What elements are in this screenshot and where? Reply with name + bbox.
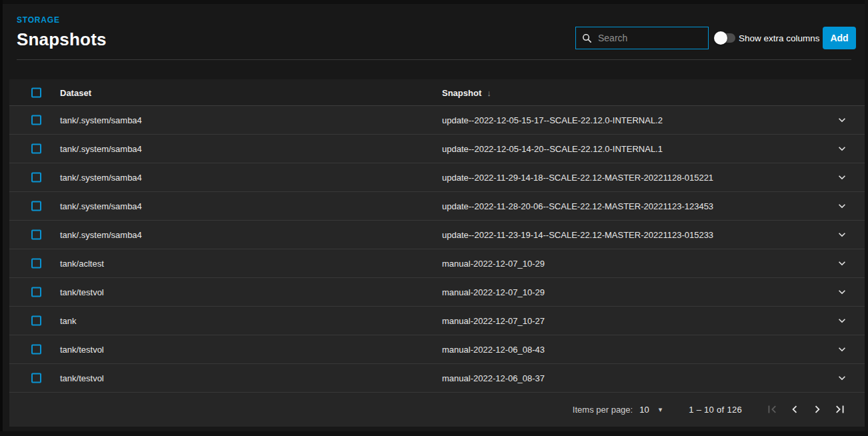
- expand-row-button[interactable]: [835, 113, 849, 127]
- expand-row-button[interactable]: [835, 285, 849, 299]
- row-checkbox[interactable]: [31, 201, 41, 211]
- row-dataset: tank/.system/samba4: [60, 144, 142, 154]
- table-row[interactable]: tank/.system/samba4 update--2022-12-05-1…: [9, 135, 865, 163]
- expand-row-button[interactable]: [835, 171, 849, 184]
- row-checkbox[interactable]: [31, 259, 41, 269]
- row-select-cell: [31, 316, 41, 326]
- items-per-page-label: Items per page:: [573, 405, 633, 415]
- row-dataset: tank/.system/samba4: [60, 230, 142, 240]
- window-edge-left: [0, 0, 3, 436]
- show-extra-columns-toggle[interactable]: [714, 31, 735, 45]
- table-row[interactable]: tank/acltest manual-2022-12-07_10-29: [9, 249, 865, 278]
- last-page-button[interactable]: [829, 398, 851, 421]
- row-checkbox[interactable]: [31, 144, 41, 154]
- toggle-thumb: [714, 31, 727, 45]
- page-title: Snapshots: [17, 29, 107, 50]
- window-edge-top: [0, 0, 868, 4]
- expand-row-button[interactable]: [835, 142, 849, 155]
- next-page-button[interactable]: [806, 398, 829, 421]
- search-icon: [581, 33, 593, 44]
- show-extra-columns-label: Show extra columns: [739, 33, 820, 43]
- first-page-button[interactable]: [761, 398, 783, 421]
- chevron-down-icon: [835, 113, 849, 127]
- column-header-snapshot[interactable]: Snapshot↓: [442, 87, 491, 97]
- chevron-down-icon: [835, 228, 849, 241]
- row-snapshot: manual-2022-12-07_10-29: [442, 259, 545, 269]
- paginator: Items per page: 10 ▾ 1 – 10 of 126: [9, 393, 865, 426]
- chevron-down-icon: [835, 257, 849, 270]
- row-snapshot: manual-2022-12-06_08-37: [442, 373, 545, 383]
- row-dataset: tank/testvol: [60, 345, 104, 355]
- row-select-cell: [31, 173, 41, 183]
- chevron-down-icon: [835, 199, 849, 213]
- row-select-cell: [31, 201, 41, 211]
- chevron-down-icon: [835, 314, 849, 327]
- table-row[interactable]: tank/.system/samba4 update--2022-11-28-2…: [9, 192, 865, 221]
- row-dataset: tank/acltest: [60, 259, 104, 269]
- select-all-checkbox[interactable]: [31, 87, 41, 97]
- header-divider: [17, 59, 851, 60]
- row-snapshot: manual-2022-12-07_10-27: [442, 316, 545, 326]
- expand-row-button[interactable]: [835, 257, 849, 270]
- table-row[interactable]: tank/.system/samba4 update--2022-11-29-1…: [9, 163, 865, 192]
- table-body: tank/.system/samba4 update--2022-12-05-1…: [9, 106, 865, 393]
- row-snapshot: update--2022-11-29-14-18--SCALE-22.12-MA…: [442, 173, 713, 183]
- row-dataset: tank/.system/samba4: [60, 201, 142, 211]
- row-snapshot: manual-2022-12-06_08-43: [442, 345, 545, 355]
- row-dataset: tank/testvol: [60, 287, 104, 297]
- last-page-icon: [833, 402, 847, 417]
- table-row[interactable]: tank/.system/samba4 update--2022-11-23-1…: [9, 221, 865, 249]
- row-select-cell: [31, 345, 41, 355]
- row-checkbox[interactable]: [31, 230, 41, 240]
- expand-row-button[interactable]: [835, 314, 849, 327]
- search-box[interactable]: [575, 27, 709, 49]
- row-dataset: tank/.system/samba4: [60, 115, 142, 125]
- caret-down-icon: ▾: [659, 405, 663, 414]
- sort-desc-icon: ↓: [487, 87, 491, 97]
- row-snapshot: manual-2022-12-07_10-29: [442, 287, 545, 297]
- search-input[interactable]: [598, 33, 703, 43]
- table-row[interactable]: tank/testvol manual-2022-12-06_08-37: [9, 364, 865, 393]
- row-snapshot: update--2022-12-05-14-20--SCALE-22.12.0-…: [442, 144, 663, 154]
- previous-page-button[interactable]: [783, 398, 806, 421]
- row-checkbox[interactable]: [31, 373, 41, 383]
- first-page-icon: [765, 402, 779, 417]
- expand-row-button[interactable]: [835, 371, 849, 385]
- row-checkbox[interactable]: [31, 115, 41, 125]
- row-checkbox[interactable]: [31, 287, 41, 297]
- row-select-cell: [31, 230, 41, 240]
- page-range-label: 1 – 10 of 126: [689, 405, 742, 415]
- expand-row-button[interactable]: [835, 199, 849, 213]
- table-row[interactable]: tank manual-2022-12-07_10-27: [9, 307, 865, 335]
- chevron-down-icon: [835, 343, 849, 356]
- row-checkbox[interactable]: [31, 173, 41, 183]
- column-header-snapshot-label: Snapshot: [442, 87, 481, 97]
- add-button[interactable]: Add: [823, 27, 856, 49]
- row-checkbox[interactable]: [31, 345, 41, 355]
- pager-nav: [761, 398, 851, 421]
- column-header-dataset[interactable]: Dataset: [60, 87, 91, 97]
- window-edge-bottom: [0, 431, 868, 436]
- row-select-cell: [31, 144, 41, 154]
- items-per-page-select[interactable]: 10 ▾: [639, 405, 662, 415]
- row-snapshot: update--2022-12-05-15-17--SCALE-22.12.0-…: [442, 115, 663, 125]
- table-row[interactable]: tank/.system/samba4 update--2022-12-05-1…: [9, 106, 865, 135]
- chevron-down-icon: [835, 171, 849, 184]
- chevron-down-icon: [835, 285, 849, 299]
- items-per-page-value: 10: [639, 405, 649, 415]
- row-snapshot: update--2022-11-23-19-14--SCALE-22.12-MA…: [442, 230, 713, 240]
- chevron-down-icon: [835, 371, 849, 385]
- row-dataset: tank: [60, 316, 77, 326]
- table-row[interactable]: tank/testvol manual-2022-12-06_08-43: [9, 335, 865, 364]
- row-select-cell: [31, 373, 41, 383]
- row-checkbox[interactable]: [31, 316, 41, 326]
- table-row[interactable]: tank/testvol manual-2022-12-07_10-29: [9, 278, 865, 307]
- expand-row-button[interactable]: [835, 228, 849, 241]
- expand-row-button[interactable]: [835, 343, 849, 356]
- chevron-left-icon: [787, 402, 802, 417]
- snapshots-table: Dataset Snapshot↓ tank/.system/samba4 up…: [9, 79, 865, 427]
- table-header-row: Dataset Snapshot↓: [9, 79, 865, 106]
- row-dataset: tank/testvol: [60, 373, 104, 383]
- breadcrumb-storage[interactable]: STORAGE: [17, 15, 60, 25]
- select-all-cell: [31, 87, 41, 97]
